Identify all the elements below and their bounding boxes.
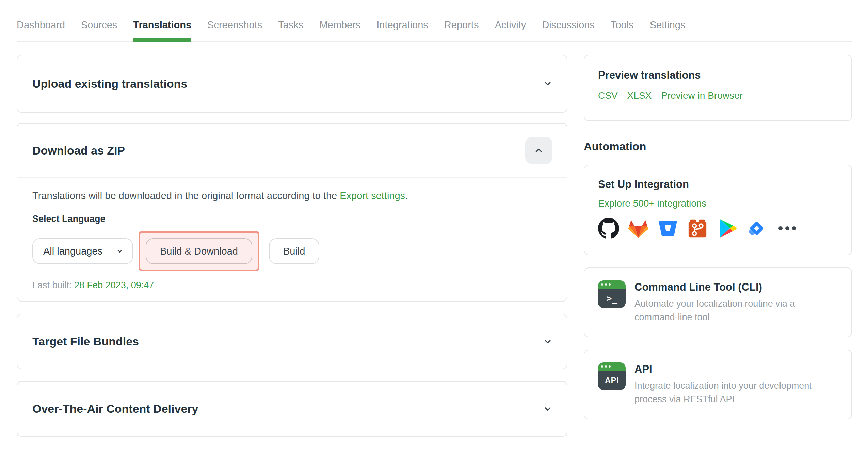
download-description-text: Translations will be downloaded in the o… — [32, 190, 340, 201]
explore-integrations-link[interactable]: Explore 500+ integrations — [598, 198, 706, 209]
upload-existing-translations-title: Upload existing translations — [32, 77, 187, 91]
download-as-zip-header: Download as ZIP — [17, 124, 567, 178]
preview-translations-card: Preview translations CSV XLSX Preview in… — [584, 55, 852, 121]
chevron-up-icon — [534, 145, 544, 156]
download-as-zip-body: Translations will be downloaded in the o… — [17, 178, 567, 291]
language-select-value: All languages — [43, 246, 102, 257]
terminal-prompt-glyph: >_ — [598, 289, 626, 308]
git-icon[interactable] — [687, 218, 708, 239]
download-as-zip-card: Download as ZIP Translations will be dow… — [17, 123, 567, 302]
bitbucket-icon[interactable] — [657, 218, 678, 239]
tab-screenshots[interactable]: Screenshots — [207, 19, 262, 41]
tab-integrations[interactable]: Integrations — [376, 19, 428, 41]
tab-settings[interactable]: Settings — [650, 19, 686, 41]
chevron-down-icon — [543, 79, 552, 88]
cli-card[interactable]: >_ Command Line Tool (CLI) Automate your… — [584, 267, 852, 337]
upload-existing-translations-card[interactable]: Upload existing translations — [17, 55, 567, 113]
chevron-down-icon — [543, 404, 552, 414]
set-up-integration-card: Set Up Integration Explore 500+ integrat… — [584, 165, 852, 255]
chevron-down-icon — [543, 337, 552, 346]
over-the-air-title: Over-The-Air Content Delivery — [32, 402, 198, 416]
tab-translations[interactable]: Translations — [133, 19, 191, 41]
last-built-label: Last built: — [32, 280, 74, 290]
api-window-icon: API — [598, 362, 626, 390]
sidebar-column: Preview translations CSV XLSX Preview in… — [584, 55, 852, 437]
project-tab-bar: Dashboard Sources Translations Screensho… — [17, 0, 852, 42]
cli-card-description: Automate your localization routine via a… — [634, 297, 838, 324]
language-select[interactable]: All languages — [32, 238, 133, 264]
target-file-bundles-title: Target File Bundles — [32, 335, 139, 348]
chevron-down-icon — [116, 247, 124, 255]
build-controls-row: All languages Build & Download Build — [32, 231, 552, 271]
page-content: Upload existing translations Download as… — [17, 55, 852, 437]
tab-discussions[interactable]: Discussions — [542, 19, 595, 41]
over-the-air-card[interactable]: Over-The-Air Content Delivery — [17, 381, 567, 437]
preview-in-browser-link[interactable]: Preview in Browser — [661, 90, 743, 101]
preview-translations-title: Preview translations — [598, 69, 838, 81]
api-card[interactable]: API API Integrate localization into your… — [584, 350, 852, 419]
collapse-section-button[interactable] — [525, 137, 552, 164]
tab-dashboard[interactable]: Dashboard — [17, 19, 65, 41]
integration-icons-row — [598, 218, 838, 239]
export-settings-link[interactable]: Export settings — [340, 190, 405, 201]
tab-activity[interactable]: Activity — [495, 19, 526, 41]
build-and-download-button[interactable]: Build & Download — [146, 238, 252, 264]
download-description: Translations will be downloaded in the o… — [32, 190, 552, 201]
preview-csv-link[interactable]: CSV — [598, 90, 618, 101]
tab-reports[interactable]: Reports — [444, 19, 479, 41]
terminal-icon: >_ — [598, 280, 626, 308]
tab-tools[interactable]: Tools — [611, 19, 634, 41]
set-up-integration-title: Set Up Integration — [598, 178, 838, 191]
cli-card-title: Command Line Tool (CLI) — [634, 281, 838, 293]
api-card-description: Integrate localization into your develop… — [634, 379, 838, 406]
build-button[interactable]: Build — [269, 238, 320, 264]
api-card-text: API Integrate localization into your dev… — [634, 362, 838, 406]
automation-heading: Automation — [584, 140, 852, 153]
jira-icon[interactable] — [746, 218, 767, 239]
api-icon-label: API — [598, 371, 626, 390]
download-as-zip-title: Download as ZIP — [32, 144, 125, 157]
cli-card-text: Command Line Tool (CLI) Automate your lo… — [634, 280, 838, 324]
last-built-timestamp[interactable]: 28 Feb 2023, 09:47 — [74, 280, 154, 290]
preview-links-row: CSV XLSX Preview in Browser — [598, 90, 838, 101]
select-language-label: Select Language — [32, 214, 552, 224]
gitlab-icon[interactable] — [628, 218, 649, 239]
download-description-period: . — [405, 190, 408, 201]
last-built-status: Last built: 28 Feb 2023, 09:47 — [32, 280, 552, 291]
annotation-highlight-box: Build & Download — [139, 231, 259, 271]
more-integrations-icon[interactable] — [778, 226, 796, 230]
github-icon[interactable] — [598, 218, 619, 239]
target-file-bundles-card[interactable]: Target File Bundles — [17, 314, 567, 369]
preview-xlsx-link[interactable]: XLSX — [627, 90, 652, 101]
translations-main-column: Upload existing translations Download as… — [17, 55, 567, 437]
google-play-icon[interactable] — [717, 218, 738, 239]
api-card-title: API — [634, 363, 838, 375]
tab-sources[interactable]: Sources — [81, 19, 117, 41]
tab-tasks[interactable]: Tasks — [278, 19, 303, 41]
tab-members[interactable]: Members — [319, 19, 360, 41]
